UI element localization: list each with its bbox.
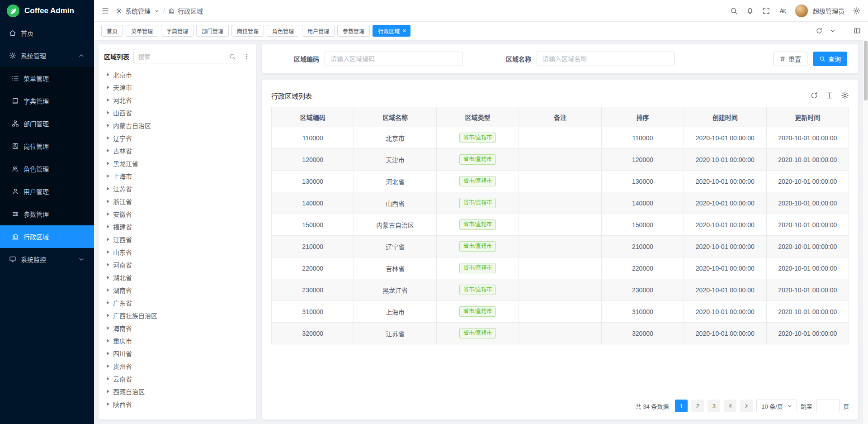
reset-button[interactable]: 重置 xyxy=(773,52,807,66)
column-header[interactable]: 创建时间 xyxy=(684,107,766,127)
caret-right-icon[interactable] xyxy=(107,301,109,305)
sidebar-item-menu-mgmt[interactable]: 菜单管理 xyxy=(0,67,94,90)
page-size-select[interactable]: 10 条/页 xyxy=(756,400,797,412)
caret-right-icon[interactable] xyxy=(107,250,109,254)
app-logo[interactable]: Coffee Admin xyxy=(0,0,94,22)
tree-item[interactable]: 江西省 xyxy=(104,233,250,246)
tree-item[interactable]: 内蒙古自治区 xyxy=(104,119,250,132)
caret-right-icon[interactable] xyxy=(107,200,109,203)
density-icon[interactable] xyxy=(826,91,834,100)
caret-right-icon[interactable] xyxy=(107,276,109,279)
sidebar-item-param-mgmt[interactable]: 参数管理 xyxy=(0,203,94,225)
tab[interactable]: 用户管理 xyxy=(302,25,335,37)
search-icon[interactable] xyxy=(229,53,236,60)
user-avatar[interactable] xyxy=(795,4,808,18)
caret-right-icon[interactable] xyxy=(107,124,109,127)
query-button[interactable]: 查询 xyxy=(813,52,847,66)
caret-right-icon[interactable] xyxy=(107,162,109,165)
sidebar-item-system-monitor[interactable]: 系统监控 xyxy=(0,248,94,271)
caret-right-icon[interactable] xyxy=(107,377,109,381)
tree-item[interactable]: 福建省 xyxy=(104,220,250,233)
tree-item[interactable]: 江苏省 xyxy=(104,182,250,195)
caret-right-icon[interactable] xyxy=(107,111,109,114)
username[interactable]: 超级管理员 xyxy=(813,6,844,15)
tree-item[interactable]: 广东省 xyxy=(104,296,250,309)
caret-right-icon[interactable] xyxy=(107,187,109,191)
tab-close-icon[interactable]: × xyxy=(402,28,406,34)
caret-right-icon[interactable] xyxy=(107,149,109,152)
sidebar-item-role-mgmt[interactable]: 角色管理 xyxy=(0,157,94,180)
bell-icon[interactable] xyxy=(746,7,754,15)
caret-right-icon[interactable] xyxy=(107,364,109,368)
tree-item[interactable]: 上海市 xyxy=(104,170,250,182)
translate-icon[interactable] xyxy=(778,7,787,15)
tab[interactable]: 角色管理 xyxy=(267,25,299,37)
column-header[interactable]: 备注 xyxy=(519,107,601,127)
tree-item[interactable]: 湖南省 xyxy=(104,284,250,296)
tab[interactable]: 部门管理 xyxy=(196,25,229,37)
breadcrumb-parent[interactable]: 系统管理 xyxy=(125,6,151,15)
column-header[interactable]: 区域名称 xyxy=(354,107,436,127)
scrollbar-thumb[interactable] xyxy=(864,41,868,100)
caret-right-icon[interactable] xyxy=(107,212,109,216)
tree-item[interactable]: 吉林省 xyxy=(104,144,250,157)
caret-right-icon[interactable] xyxy=(107,98,109,102)
tree-item[interactable]: 河北省 xyxy=(104,94,250,106)
table-row[interactable]: 110000 北京市 省市/直辖市 110000 2020-10-01 00:0… xyxy=(272,127,849,149)
tree-item[interactable]: 天津市 xyxy=(104,81,250,94)
tree-item[interactable]: 湖北省 xyxy=(104,271,250,284)
caret-right-icon[interactable] xyxy=(107,326,109,330)
fullscreen-icon[interactable] xyxy=(762,7,770,15)
sidebar-item-home[interactable]: 首页 xyxy=(0,22,94,44)
tree-item[interactable]: 重庆市 xyxy=(104,334,250,347)
caret-right-icon[interactable] xyxy=(107,73,109,76)
sidebar-item-post-mgmt[interactable]: 岗位管理 xyxy=(0,135,94,157)
tab[interactable]: 行政区域 × xyxy=(373,25,410,37)
tree-item[interactable]: 甘肃省 xyxy=(104,410,250,414)
page-button[interactable]: 3 xyxy=(708,400,720,412)
caret-down-icon[interactable] xyxy=(154,8,160,14)
table-row[interactable]: 120000 天津市 省市/直辖市 120000 2020-10-01 00:0… xyxy=(272,149,849,171)
column-header[interactable]: 排序 xyxy=(601,107,684,127)
tree-item[interactable]: 河南省 xyxy=(104,258,250,271)
tab[interactable]: 岗位管理 xyxy=(231,25,264,37)
tree-item[interactable]: 四川省 xyxy=(104,347,250,360)
tree-item[interactable]: 陕西省 xyxy=(104,398,250,410)
caret-right-icon[interactable] xyxy=(107,136,109,140)
region-name-input[interactable] xyxy=(537,52,675,66)
caret-right-icon[interactable] xyxy=(107,288,109,292)
caret-right-icon[interactable] xyxy=(107,352,109,355)
layout-icon[interactable] xyxy=(854,27,861,34)
table-row[interactable]: 320000 江苏省 省市/直辖市 320000 2020-10-01 00:0… xyxy=(272,323,849,344)
column-header[interactable]: 区域编码 xyxy=(272,107,354,127)
tree-item[interactable]: 浙江省 xyxy=(104,195,250,208)
tree-item[interactable]: 辽宁省 xyxy=(104,132,250,144)
caret-right-icon[interactable] xyxy=(107,339,109,343)
sidebar-item-user-mgmt[interactable]: 用户管理 xyxy=(0,180,94,203)
page-button[interactable]: 4 xyxy=(724,400,736,412)
tab[interactable]: 参数管理 xyxy=(337,25,370,37)
tree-search-input[interactable] xyxy=(133,50,239,63)
sidebar-item-region[interactable]: 行政区域 xyxy=(0,225,94,248)
tab[interactable]: 首页 xyxy=(101,25,123,37)
tree-item[interactable]: 山东省 xyxy=(104,246,250,258)
next-page-button[interactable] xyxy=(740,400,753,412)
tree-item[interactable]: 海南省 xyxy=(104,322,250,334)
jump-page-input[interactable] xyxy=(816,400,840,412)
tree-item[interactable]: 广西壮族自治区 xyxy=(104,309,250,322)
caret-right-icon[interactable] xyxy=(107,263,109,267)
refresh-icon[interactable] xyxy=(816,27,823,34)
menu-fold-icon[interactable] xyxy=(101,7,109,15)
tab[interactable]: 字典管理 xyxy=(161,25,193,37)
tree-item[interactable]: 黑龙江省 xyxy=(104,157,250,170)
more-vertical-icon[interactable] xyxy=(243,53,250,60)
tree-item[interactable]: 山西省 xyxy=(104,106,250,119)
tree-item[interactable]: 贵州省 xyxy=(104,360,250,372)
tree-item[interactable]: 云南省 xyxy=(104,372,250,385)
column-header[interactable]: 区域类型 xyxy=(436,107,519,127)
tree-item[interactable]: 安徽省 xyxy=(104,208,250,220)
table-row[interactable]: 230000 黑龙江省 省市/直辖市 230000 2020-10-01 00:… xyxy=(272,279,849,301)
caret-right-icon[interactable] xyxy=(107,238,109,241)
sidebar-item-dict-mgmt[interactable]: 字典管理 xyxy=(0,90,94,112)
caret-right-icon[interactable] xyxy=(107,225,109,229)
